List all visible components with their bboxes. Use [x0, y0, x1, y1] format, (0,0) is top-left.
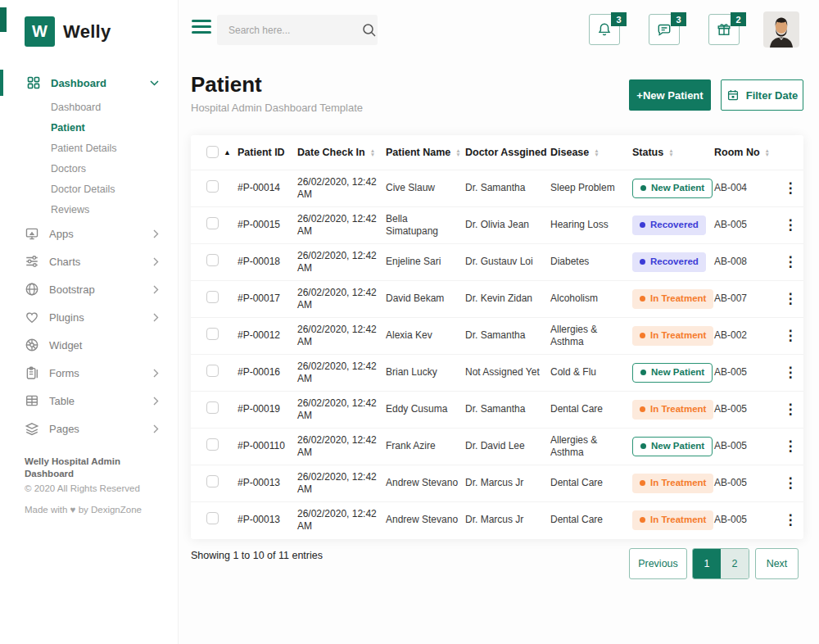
row-checkbox[interactable]: [206, 291, 219, 303]
cell-doctor: Dr. David Lee: [464, 428, 549, 465]
filter-date-button[interactable]: Filter Date: [721, 79, 803, 111]
sidebar-item-charts[interactable]: Charts: [0, 247, 179, 275]
status-badge: Recovered: [632, 215, 706, 235]
status-dot-icon: [640, 517, 645, 523]
brand-logo[interactable]: W Welly: [25, 16, 111, 47]
row-checkbox[interactable]: [206, 438, 219, 451]
sidebar-item-forms[interactable]: Forms: [0, 359, 179, 387]
cell-actions: ⋮: [779, 501, 803, 538]
menu-icon[interactable]: [192, 20, 211, 34]
page-button-2[interactable]: 2: [721, 549, 749, 578]
cell-actions: ⋮: [779, 206, 803, 243]
cell-doctor: Dr. Gustauv Loi: [464, 243, 549, 280]
column-header-date-check-in[interactable]: Date Check In▲▼: [296, 135, 384, 170]
notifications-button[interactable]: 3: [589, 14, 620, 45]
select-all-checkbox[interactable]: [206, 146, 219, 158]
row-actions-icon[interactable]: ⋮: [781, 329, 800, 342]
row-checkbox[interactable]: [206, 512, 219, 524]
sidebar-nav: Apps Charts Bootstrap P: [0, 220, 179, 442]
new-patient-button[interactable]: +New Patient: [629, 79, 711, 111]
page-number-group: 1 2: [692, 548, 749, 579]
sort-icon[interactable]: ▲▼: [370, 148, 375, 156]
next-page-button[interactable]: Next: [755, 548, 799, 579]
cell-doctor: Dr. Olivia Jean: [464, 206, 549, 243]
cell-patient-name: Bella Simatupang: [384, 206, 464, 243]
sidebar-item-widget[interactable]: Widget: [0, 331, 179, 359]
cell-patient-name: David Bekam: [384, 280, 464, 317]
submenu-item-patient-details[interactable]: Patient Details: [0, 138, 179, 158]
column-header-doctor-assgined[interactable]: Doctor Assgined: [464, 135, 549, 170]
row-actions-icon[interactable]: ⋮: [781, 182, 800, 194]
globe-icon: [25, 282, 39, 297]
column-header-patient-name[interactable]: Patient Name▲▼: [384, 135, 464, 170]
sidebar-item-label: Charts: [49, 256, 80, 268]
cell-date-check-in: 26/02/2020, 12:42 AM: [296, 391, 384, 428]
cell-date-check-in: 26/02/2020, 12:42 AM: [296, 465, 384, 501]
column-header-patient-id[interactable]: Patient ID: [236, 135, 296, 170]
sidebar-item-label: Table: [49, 395, 75, 407]
row-actions-icon[interactable]: ⋮: [781, 514, 800, 526]
row-checkbox[interactable]: [206, 217, 219, 229]
cell-room-no: AB-005: [713, 428, 779, 465]
calendar-icon: [726, 88, 740, 102]
gifts-button[interactable]: 2: [708, 14, 740, 45]
row-actions-icon[interactable]: ⋮: [781, 440, 800, 452]
submenu-item-doctor-details[interactable]: Doctor Details: [0, 179, 179, 199]
sidebar-item-label: Plugins: [49, 311, 84, 324]
row-checkbox[interactable]: [206, 365, 219, 377]
cell-room-no: AB-002: [713, 317, 779, 354]
sidebar-footer: Welly Hospital Admin Dashboard © 2020 Al…: [25, 456, 164, 515]
search-input[interactable]: [217, 25, 362, 36]
submenu-item-dashboard[interactable]: Dashboard: [0, 97, 179, 117]
column-header-status[interactable]: Status▲▼: [631, 135, 713, 170]
page-button-1[interactable]: 1: [693, 549, 721, 578]
row-actions-icon[interactable]: ⋮: [781, 477, 800, 489]
sort-icon[interactable]: ▲▼: [765, 148, 770, 156]
submenu-item-patient[interactable]: Patient: [0, 117, 179, 138]
cell-patient-name: Frank Azire: [384, 428, 464, 465]
row-actions-icon[interactable]: ⋮: [781, 366, 800, 379]
user-avatar[interactable]: [763, 11, 799, 48]
row-checkbox[interactable]: [206, 180, 219, 193]
sidebar-item-dashboard[interactable]: Dashboard: [0, 70, 179, 96]
row-actions-icon[interactable]: ⋮: [781, 403, 800, 415]
row-checkbox[interactable]: [206, 401, 219, 414]
sidebar-item-bootstrap[interactable]: Bootstrap: [0, 275, 179, 303]
sort-asc-icon[interactable]: ▲: [224, 148, 231, 156]
row-checkbox[interactable]: [206, 475, 219, 488]
cell-date-check-in: 26/02/2020, 12:42 AM: [296, 317, 384, 354]
submenu-item-reviews[interactable]: Reviews: [0, 199, 179, 220]
sidebar-item-label: Pages: [49, 423, 79, 435]
sidebar-item-pages[interactable]: Pages: [0, 415, 179, 442]
column-header-disease[interactable]: Disease▲▼: [549, 135, 631, 170]
submenu-item-doctors[interactable]: Doctors: [0, 158, 179, 179]
search-icon[interactable]: [362, 23, 377, 38]
row-checkbox-cell: [191, 391, 236, 428]
status-badge: New Patient: [632, 437, 713, 456]
cell-status: New Patient: [631, 170, 713, 206]
messages-button[interactable]: 3: [649, 14, 680, 45]
row-checkbox-cell: [191, 428, 236, 465]
gifts-badge: 2: [731, 12, 746, 26]
column-header-room-no[interactable]: Room No▲▼: [713, 135, 779, 170]
status-badge: New Patient: [632, 363, 713, 383]
sidebar-item-table[interactable]: Table: [0, 387, 179, 415]
row-checkbox[interactable]: [206, 328, 219, 340]
row-actions-icon[interactable]: ⋮: [781, 256, 800, 268]
sidebar-item-label: Bootstrap: [49, 283, 95, 296]
cell-status: In Treatment: [631, 465, 713, 501]
sidebar-item-label: Widget: [49, 339, 82, 351]
row-checkbox-cell: [191, 317, 236, 354]
cell-actions: ⋮: [779, 317, 803, 354]
sort-icon[interactable]: ▲▼: [455, 148, 460, 156]
sort-icon[interactable]: ▲▼: [594, 148, 599, 156]
previous-page-button[interactable]: Previous: [629, 548, 687, 579]
cell-doctor: Not Assigned Yet: [464, 354, 549, 391]
row-checkbox[interactable]: [206, 254, 219, 266]
sort-icon[interactable]: ▲▼: [668, 148, 673, 156]
row-actions-icon[interactable]: ⋮: [781, 293, 800, 305]
row-actions-icon[interactable]: ⋮: [781, 219, 800, 231]
status-label: New Patient: [651, 440, 704, 452]
sidebar-item-plugins[interactable]: Plugins: [0, 303, 179, 331]
sidebar-item-apps[interactable]: Apps: [0, 220, 179, 247]
